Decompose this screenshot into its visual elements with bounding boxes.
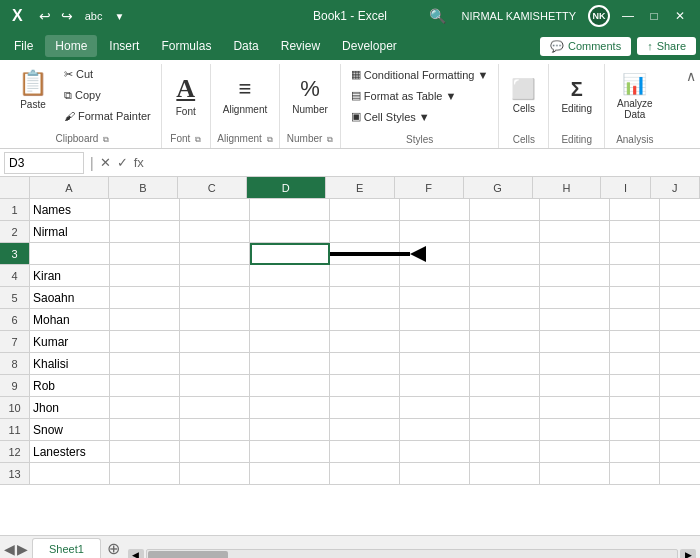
cell-A10[interactable]: Jhon xyxy=(30,397,110,419)
confirm-formula-button[interactable]: ✓ xyxy=(117,155,128,170)
cell-B7[interactable] xyxy=(110,331,180,353)
cell-H10[interactable] xyxy=(540,397,610,419)
cell-G10[interactable] xyxy=(470,397,540,419)
cell-F5[interactable] xyxy=(400,287,470,309)
cell-H4[interactable] xyxy=(540,265,610,287)
cell-H11[interactable] xyxy=(540,419,610,441)
col-header-I[interactable]: I xyxy=(601,177,650,199)
cell-G4[interactable] xyxy=(470,265,540,287)
cell-E7[interactable] xyxy=(330,331,400,353)
cell-H7[interactable] xyxy=(540,331,610,353)
cell-A5[interactable]: Saoahn xyxy=(30,287,110,309)
add-sheet-button[interactable]: ⊕ xyxy=(103,539,124,558)
cell-I2[interactable] xyxy=(610,221,660,243)
cell-H1[interactable] xyxy=(540,199,610,221)
cell-C10[interactable] xyxy=(180,397,250,419)
cell-H12[interactable] xyxy=(540,441,610,463)
cell-E2[interactable] xyxy=(330,221,400,243)
cell-D8[interactable] xyxy=(250,353,330,375)
cell-F2[interactable] xyxy=(400,221,470,243)
row-header-4[interactable]: 4 xyxy=(0,265,30,287)
sheet-tab-sheet1[interactable]: Sheet1 xyxy=(32,538,101,558)
cell-G13[interactable] xyxy=(470,463,540,485)
cell-B2[interactable] xyxy=(110,221,180,243)
comments-button[interactable]: 💬 Comments xyxy=(540,37,631,56)
cell-A7[interactable]: Kumar xyxy=(30,331,110,353)
menu-review[interactable]: Review xyxy=(271,35,330,57)
cell-F7[interactable] xyxy=(400,331,470,353)
cell-H8[interactable] xyxy=(540,353,610,375)
alignment-expand-icon[interactable]: ⧉ xyxy=(267,135,273,144)
cell-F13[interactable] xyxy=(400,463,470,485)
cell-H3[interactable] xyxy=(540,243,610,265)
cell-styles-button[interactable]: ▣ Cell Styles ▼ xyxy=(347,107,493,127)
ribbon-collapse[interactable]: ∧ xyxy=(686,64,696,148)
clipboard-expand-icon[interactable]: ⧉ xyxy=(103,135,109,144)
menu-developer[interactable]: Developer xyxy=(332,35,407,57)
cell-J4[interactable] xyxy=(660,265,700,287)
cell-C1[interactable] xyxy=(180,199,250,221)
cell-I9[interactable] xyxy=(610,375,660,397)
cell-I4[interactable] xyxy=(610,265,660,287)
cell-J13[interactable] xyxy=(660,463,700,485)
number-button[interactable]: % Number xyxy=(286,67,334,123)
cell-A13[interactable] xyxy=(30,463,110,485)
menu-formulas[interactable]: Formulas xyxy=(151,35,221,57)
cell-D1[interactable] xyxy=(250,199,330,221)
cell-G3[interactable] xyxy=(470,243,540,265)
col-header-F[interactable]: F xyxy=(395,177,464,199)
cell-I12[interactable] xyxy=(610,441,660,463)
cell-J8[interactable] xyxy=(660,353,700,375)
cell-E12[interactable] xyxy=(330,441,400,463)
cell-C12[interactable] xyxy=(180,441,250,463)
cell-I3[interactable] xyxy=(610,243,660,265)
cell-J10[interactable] xyxy=(660,397,700,419)
cell-G7[interactable] xyxy=(470,331,540,353)
name-box[interactable] xyxy=(4,152,84,174)
select-all-button[interactable] xyxy=(0,177,30,199)
cell-A1[interactable]: Names xyxy=(30,199,110,221)
cell-J6[interactable] xyxy=(660,309,700,331)
cell-E13[interactable] xyxy=(330,463,400,485)
cell-A2[interactable]: Nirmal xyxy=(30,221,110,243)
cell-A12[interactable]: Lanesters xyxy=(30,441,110,463)
cell-G8[interactable] xyxy=(470,353,540,375)
col-header-G[interactable]: G xyxy=(464,177,533,199)
cell-J1[interactable] xyxy=(660,199,700,221)
col-header-E[interactable]: E xyxy=(326,177,395,199)
cells-button[interactable]: ⬜ Cells xyxy=(505,68,542,124)
cell-H5[interactable] xyxy=(540,287,610,309)
cell-A9[interactable]: Rob xyxy=(30,375,110,397)
cell-C11[interactable] xyxy=(180,419,250,441)
row-header-2[interactable]: 2 xyxy=(0,221,30,243)
cell-D3[interactable] xyxy=(250,243,330,265)
sheet-nav-next[interactable]: ▶ xyxy=(17,541,28,557)
cell-D4[interactable] xyxy=(250,265,330,287)
editing-button[interactable]: Σ Editing xyxy=(555,68,598,124)
row-header-8[interactable]: 8 xyxy=(0,353,30,375)
menu-file[interactable]: File xyxy=(4,35,43,57)
conditional-formatting-button[interactable]: ▦ Conditional Formatting ▼ xyxy=(347,65,493,85)
cell-A8[interactable]: Khalisi xyxy=(30,353,110,375)
cell-E1[interactable] xyxy=(330,199,400,221)
cell-C3[interactable] xyxy=(180,243,250,265)
cell-I8[interactable] xyxy=(610,353,660,375)
alignment-button[interactable]: ≡ Alignment xyxy=(217,67,273,123)
cell-F11[interactable] xyxy=(400,419,470,441)
cell-C6[interactable] xyxy=(180,309,250,331)
formula-input[interactable] xyxy=(148,154,696,172)
hscroll-right[interactable]: ▶ xyxy=(680,549,696,558)
cell-D10[interactable] xyxy=(250,397,330,419)
cell-I1[interactable] xyxy=(610,199,660,221)
cell-D11[interactable] xyxy=(250,419,330,441)
font-button[interactable]: A Font xyxy=(168,67,204,123)
paste-button[interactable]: 📋 Paste xyxy=(10,67,56,123)
cell-J9[interactable] xyxy=(660,375,700,397)
number-expand-icon[interactable]: ⧉ xyxy=(327,135,333,144)
cell-E10[interactable] xyxy=(330,397,400,419)
cell-G11[interactable] xyxy=(470,419,540,441)
cell-F12[interactable] xyxy=(400,441,470,463)
cell-B12[interactable] xyxy=(110,441,180,463)
hscroll-left[interactable]: ◀ xyxy=(128,549,144,558)
row-header-12[interactable]: 12 xyxy=(0,441,30,463)
